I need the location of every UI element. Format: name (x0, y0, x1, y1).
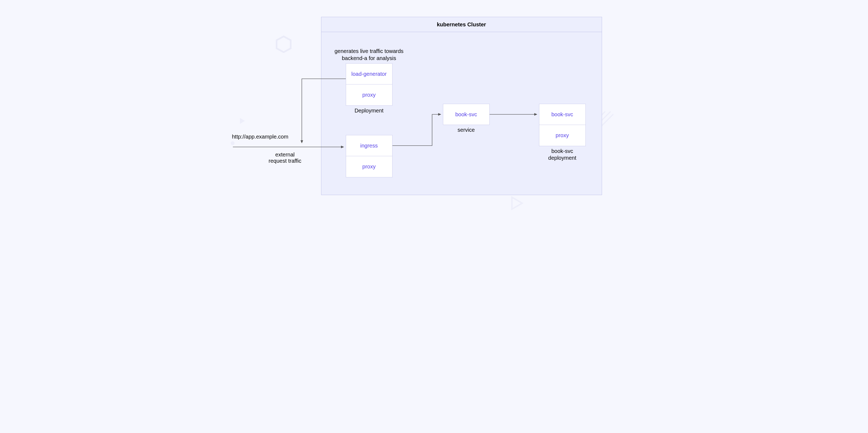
book-svc-proxy-cell: proxy (539, 125, 586, 146)
external-traffic-line1: external (275, 151, 294, 157)
svg-marker-7 (512, 197, 522, 209)
external-url-label: http://app.example.com (232, 134, 288, 140)
play-outline-icon (510, 196, 524, 212)
annotation-line-2: backend-a for analysis (342, 55, 396, 61)
cluster-title-text: kubernetes Cluster (437, 22, 486, 28)
cluster-title: kubernetes Cluster (321, 17, 602, 32)
book-svc-caption-line2: deployment (548, 155, 576, 161)
service-cell: book-svc (443, 104, 490, 125)
book-svc-deployment-group: book-svc proxy book-svc deployment (539, 104, 586, 161)
hexagon-icon (276, 35, 292, 54)
ingress-proxy-cell: proxy (346, 156, 393, 177)
book-svc-caption: book-svc deployment (539, 148, 586, 161)
dot-icon (231, 141, 235, 145)
load-generator-group: generates live traffic towards backend-a… (324, 48, 414, 114)
triangle-icon (239, 117, 246, 126)
svg-marker-1 (240, 118, 245, 124)
ingress-group: ingress proxy (346, 135, 393, 177)
service-group: book-svc service (443, 104, 490, 134)
book-svc-caption-line1: book-svc (551, 148, 573, 154)
load-generator-annotation: generates live traffic towards backend-a… (324, 48, 414, 62)
svg-marker-0 (277, 36, 291, 52)
load-generator-proxy-cell: proxy (346, 85, 393, 106)
ingress-cell: ingress (346, 135, 393, 156)
annotation-line-1: generates live traffic towards (334, 48, 403, 54)
external-traffic-line2: request traffic (269, 158, 302, 164)
load-generator-cell: load-generator (346, 63, 393, 85)
service-caption: service (443, 126, 490, 134)
diagram-canvas: kubernetes Cluster generates live traffi… (217, 0, 651, 216)
book-svc-cell: book-svc (539, 104, 586, 125)
external-traffic-label: external request traffic (269, 151, 302, 164)
load-generator-caption: Deployment (346, 107, 393, 114)
